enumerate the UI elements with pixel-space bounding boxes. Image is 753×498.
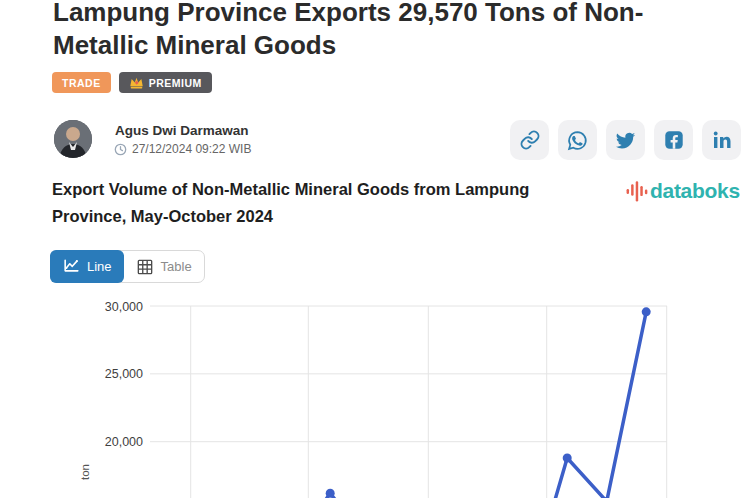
tag-list: TRADE PREMIUM <box>52 72 212 93</box>
tag-trade[interactable]: TRADE <box>52 72 111 93</box>
crown-icon <box>129 76 144 89</box>
whatsapp-icon <box>566 129 589 152</box>
share-facebook-button[interactable] <box>654 120 693 160</box>
line-chart-svg: 30,00025,00020,000 <box>0 288 753 498</box>
linkedin-icon <box>710 128 734 152</box>
publish-date-row: 27/12/2024 09:22 WIB <box>114 142 251 156</box>
facebook-icon <box>663 129 685 151</box>
link-icon <box>519 129 541 151</box>
line-chart-icon <box>62 257 81 276</box>
table-view-label: Table <box>161 259 192 274</box>
clock-icon <box>114 143 127 156</box>
chart-title: Export Volume of Non-Metallic Mineral Go… <box>52 176 600 230</box>
chart-view-toggle: Line Table <box>50 250 205 283</box>
share-copy-link-button[interactable] <box>510 120 549 160</box>
twitter-icon <box>614 129 637 152</box>
table-icon <box>135 257 155 277</box>
share-linkedin-button[interactable] <box>702 120 741 160</box>
svg-text:25,000: 25,000 <box>105 367 143 381</box>
publish-date: 27/12/2024 09:22 WIB <box>132 142 251 156</box>
tag-premium-label: PREMIUM <box>149 77 202 89</box>
databoks-logo[interactable]: databoks <box>626 179 740 203</box>
author-name[interactable]: Agus Dwi Darmawan <box>115 123 249 138</box>
line-view-button[interactable]: Line <box>50 250 124 283</box>
svg-text:30,000: 30,000 <box>105 300 143 314</box>
article-page: Lampung Province Exports 29,570 Tons of … <box>0 0 753 498</box>
databoks-wordmark: databoks <box>650 179 740 203</box>
svg-text:20,000: 20,000 <box>105 435 143 449</box>
y-axis-title: ton <box>79 457 91 487</box>
author-avatar <box>54 120 92 158</box>
line-view-label: Line <box>87 259 112 274</box>
avatar-photo-placeholder <box>54 120 92 158</box>
article-title: Lampung Province Exports 29,570 Tons of … <box>53 0 723 62</box>
line-chart-area: 30,00025,00020,000 <box>0 288 753 498</box>
table-view-button[interactable]: Table <box>123 251 204 282</box>
share-row <box>510 120 741 160</box>
tag-premium[interactable]: PREMIUM <box>119 72 212 93</box>
databoks-logo-icon <box>626 180 648 203</box>
share-whatsapp-button[interactable] <box>558 120 597 160</box>
share-twitter-button[interactable] <box>606 120 645 160</box>
